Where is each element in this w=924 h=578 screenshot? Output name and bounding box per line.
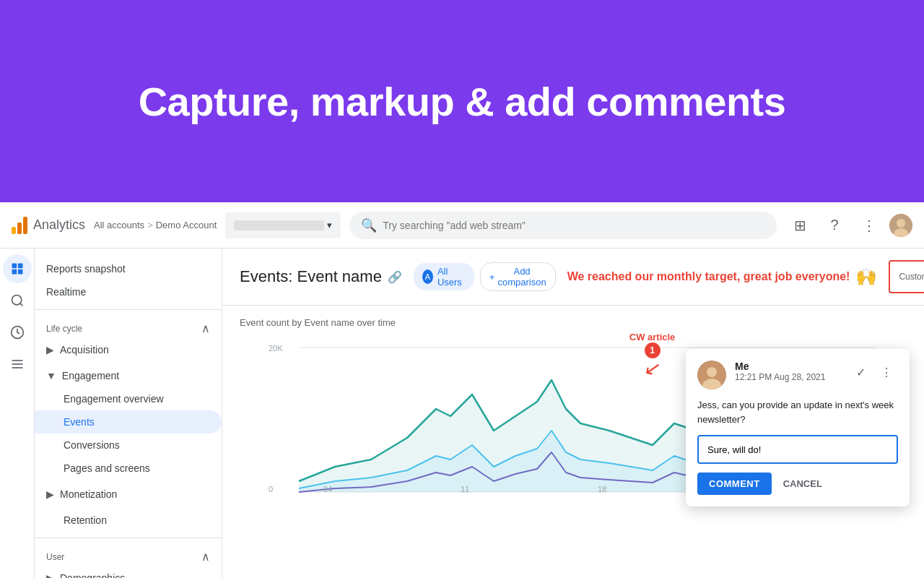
sidebar-item-engagement[interactable]: ▼ Engagement	[35, 364, 222, 387]
sidebar-item-monetization[interactable]: ▶ Monetization	[35, 483, 222, 506]
svg-rect-3	[12, 264, 17, 269]
engagement-label: Engagement	[62, 370, 119, 381]
comment-actions: ✓ ⋮	[849, 361, 898, 384]
nav-actions: ⊞ ? ⋮	[785, 211, 912, 240]
user-label: User	[46, 552, 64, 562]
engagement-expand-icon: ▼	[46, 370, 56, 381]
engagement-group: ▼ Engagement Engagement overview Events …	[35, 364, 222, 480]
sidebar-icon-search[interactable]	[3, 286, 32, 315]
svg-rect-6	[17, 269, 22, 275]
add-icon: +	[489, 272, 495, 282]
analytics-app: Analytics All accounts > Demo Account ▾ …	[0, 202, 924, 578]
help-button[interactable]: ?	[820, 211, 849, 240]
all-users-circle-icon: A	[422, 269, 433, 284]
comment-time: 12:21 PM Aug 28, 2021	[735, 372, 840, 382]
search-input[interactable]	[383, 220, 765, 231]
svg-point-1	[897, 219, 905, 228]
sidebar-item-engagement-overview[interactable]: Engagement overview	[35, 387, 222, 410]
cancel-button[interactable]: CANCEL	[777, 473, 828, 495]
monetization-label: Monetization	[60, 488, 117, 500]
svg-rect-4	[17, 264, 22, 269]
breadcrumb: All accounts > Demo Account	[94, 220, 217, 230]
hero-title: Capture, markup & add comments	[139, 78, 786, 125]
analytics-label: Analytics	[33, 217, 85, 233]
analytics-logo: Analytics	[12, 217, 85, 234]
logo-bar-2	[17, 223, 22, 234]
sidebar-item-reports-snapshot[interactable]: Reports snapshot	[35, 257, 222, 280]
all-users-label: All Users	[437, 266, 466, 288]
svg-rect-5	[12, 269, 17, 275]
logo-bar-1	[12, 227, 16, 234]
sidebar-item-realtime[interactable]: Realtime	[35, 280, 222, 303]
annotation-arrow-icon: ↙	[642, 357, 663, 380]
sidebar-item-acquisition[interactable]: ▶ Acquisition	[35, 338, 222, 361]
comment-body: Jess, can you provide an update in next'…	[697, 398, 898, 426]
apps-button[interactable]: ⊞	[785, 211, 814, 240]
chart-wrapper: Event count by Event name over time CW a…	[222, 306, 924, 563]
lifecycle-section: Life cycle ∧	[35, 316, 222, 338]
cw-article-label: CW article	[629, 332, 676, 342]
main-layout: Reports snapshot Realtime Life cycle ∧ ▶…	[0, 249, 924, 578]
user-chevron[interactable]: ∧	[201, 550, 210, 564]
filter-row: A All Users + Add comparison	[414, 262, 556, 291]
commenter-avatar	[697, 361, 726, 389]
reply-input-container	[697, 435, 898, 464]
nav-divider-1	[35, 309, 222, 310]
annotation-text: We reached our monthly target, great job…	[567, 270, 850, 283]
lifecycle-chevron[interactable]: ∧	[201, 322, 210, 335]
svg-text:11: 11	[461, 485, 469, 493]
add-comparison-button[interactable]: + Add comparison	[480, 262, 556, 291]
resolve-button[interactable]: ✓	[849, 361, 872, 384]
page-title-link-icon[interactable]: 🔗	[388, 270, 402, 284]
sidebar-item-retention[interactable]: Retention	[35, 509, 222, 532]
lifecycle-label: Life cycle	[46, 324, 82, 334]
hero-banner: Capture, markup & add comments	[0, 0, 924, 202]
search-icon: 🔍	[361, 217, 377, 233]
search-box: 🔍	[349, 212, 777, 239]
page-title: Events: Event name	[240, 267, 382, 286]
acquisition-expand-icon: ▶	[46, 344, 54, 355]
breadcrumb-all-accounts[interactable]: All accounts	[94, 220, 144, 230]
comment-more-button[interactable]: ⋮	[875, 361, 898, 384]
custom-label: Custom	[899, 272, 924, 282]
reply-input[interactable]	[707, 444, 888, 455]
nav-search: 🔍	[349, 212, 777, 239]
comment-submit-button[interactable]: COMMENT	[697, 473, 772, 495]
svg-text:04: 04	[323, 485, 332, 493]
sidebar-icon-realtime[interactable]	[3, 318, 32, 347]
commenter-name: Me	[735, 361, 840, 372]
sidebar-item-demographics[interactable]: ▶ Demographics	[35, 566, 222, 578]
annotation-marker[interactable]: CW article 1 ↙	[629, 332, 676, 379]
svg-text:0: 0	[269, 485, 273, 493]
nav-sidebar: Reports snapshot Realtime Life cycle ∧ ▶…	[35, 249, 222, 578]
sidebar-icon-reports[interactable]	[3, 254, 32, 283]
account-name-placeholder	[234, 220, 324, 230]
sidebar-item-pages-and-screens[interactable]: Pages and screens	[35, 457, 222, 480]
acquisition-group: ▶ Acquisition	[35, 338, 222, 361]
comment-footer: COMMENT CANCEL	[697, 473, 898, 495]
breadcrumb-separator: >	[147, 220, 153, 230]
sidebar-item-conversions[interactable]: Conversions	[35, 434, 222, 457]
account-dropdown-icon: ▾	[327, 220, 332, 230]
top-nav: Analytics All accounts > Demo Account ▾ …	[0, 202, 924, 249]
annotation-area: We reached our monthly target, great job…	[567, 267, 878, 287]
date-picker-button[interactable]: Custom Jul 1 - Jul 31, 2021 ▾	[889, 260, 924, 293]
content-area: Events: Event name 🔗 A All Users + Add c…	[222, 249, 924, 578]
svg-text:20K: 20K	[269, 344, 283, 353]
user-section: User ∧	[35, 544, 222, 566]
nav-divider-2	[35, 538, 222, 538]
svg-point-33	[707, 367, 717, 377]
breadcrumb-demo-account[interactable]: Demo Account	[156, 220, 217, 230]
page-title-area: Events: Event name 🔗	[240, 267, 402, 286]
avatar[interactable]	[889, 214, 912, 237]
sidebar-item-events[interactable]: Events	[35, 410, 222, 434]
sidebar-icon-menu[interactable]	[3, 350, 32, 379]
demographics-group: ▶ Demographics	[35, 566, 222, 578]
chart-title: Event count by Event name over time	[240, 317, 907, 328]
all-users-chip[interactable]: A All Users	[414, 263, 474, 290]
account-selector[interactable]: ▾	[225, 212, 341, 238]
more-button[interactable]: ⋮	[855, 211, 884, 240]
add-comparison-label: Add comparison	[497, 266, 546, 288]
icon-sidebar	[0, 249, 35, 578]
logo-bars-icon	[12, 217, 27, 234]
